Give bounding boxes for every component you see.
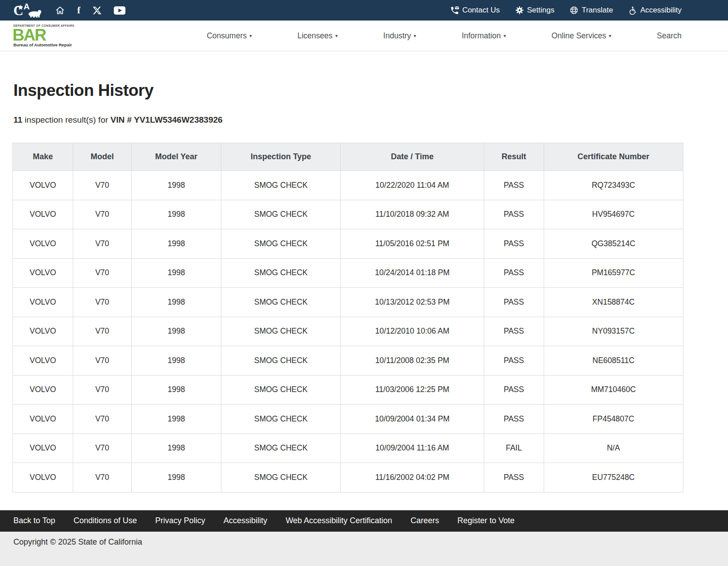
- nav-consumers-label: Consumers: [207, 31, 246, 41]
- main-content: Inspection History 11 inspection result(…: [0, 51, 728, 492]
- footer-nav-bar: Back to Top Conditions of Use Privacy Po…: [0, 510, 728, 532]
- table-cell: VOLVO: [13, 200, 73, 229]
- table-cell: SMOG CHECK: [221, 288, 341, 317]
- footer-conditions-of-use[interactable]: Conditions of Use: [74, 516, 137, 525]
- nav-online-services[interactable]: Online Services ▾: [551, 31, 611, 41]
- table-cell: RQ723493C: [544, 171, 683, 200]
- vin-number: VIN # YV1LW5346W2383926: [111, 115, 223, 124]
- table-cell: PASS: [484, 258, 544, 288]
- nav-licensees-label: Licensees: [297, 31, 333, 41]
- table-cell: 1998: [131, 171, 221, 200]
- settings-link[interactable]: Settings: [515, 6, 554, 15]
- table-cell: 10/13/2012 02:53 PM: [341, 288, 484, 317]
- table-cell: VOLVO: [13, 288, 73, 317]
- footer-careers[interactable]: Careers: [411, 516, 439, 525]
- result-count: 11: [13, 115, 22, 124]
- table-cell: PASS: [484, 405, 544, 434]
- col-header-make: Make: [13, 143, 73, 171]
- table-cell: SMOG CHECK: [221, 171, 341, 200]
- table-cell: EU775248C: [544, 463, 683, 492]
- copyright-text: Copyright © 2025 State of California: [13, 537, 142, 547]
- table-cell: SMOG CHECK: [221, 200, 341, 229]
- table-cell: 11/10/2018 09:32 AM: [341, 200, 484, 229]
- phone-envelope-icon: [450, 6, 459, 15]
- table-cell: 1998: [131, 288, 221, 317]
- table-row: VOLVOV701998SMOG CHECK11/16/2002 04:02 P…: [13, 463, 683, 492]
- footer-privacy-policy[interactable]: Privacy Policy: [155, 516, 205, 525]
- table-cell: 10/11/2008 02:35 PM: [341, 346, 484, 376]
- x-twitter-icon[interactable]: [93, 6, 101, 15]
- inspection-history-table: Make Model Model Year Inspection Type Da…: [12, 143, 683, 492]
- table-cell: PASS: [484, 171, 544, 200]
- table-cell: VOLVO: [13, 463, 73, 492]
- nav-industry[interactable]: Industry ▾: [383, 31, 416, 41]
- settings-label: Settings: [527, 6, 554, 15]
- bar-logo-acronym: BAR: [12, 27, 75, 43]
- table-cell: PASS: [484, 288, 544, 317]
- footer-register-to-vote[interactable]: Register to Vote: [458, 516, 515, 525]
- footer-web-accessibility-certification[interactable]: Web Accessibility Certification: [286, 516, 392, 525]
- main-nav: Consumers ▾ Licensees ▾ Industry ▾ Infor…: [207, 31, 682, 41]
- table-cell: V70: [73, 258, 132, 288]
- youtube-icon[interactable]: [114, 6, 125, 15]
- col-header-model-year: Model Year: [131, 143, 221, 171]
- col-header-result: Result: [484, 143, 544, 171]
- accessibility-link[interactable]: Accessibility: [628, 6, 682, 15]
- col-header-inspection-type: Inspection Type: [221, 143, 341, 171]
- table-cell: 1998: [131, 229, 221, 259]
- translate-link[interactable]: Translate: [570, 6, 613, 15]
- nav-licensees[interactable]: Licensees ▾: [297, 31, 337, 41]
- table-cell: FP454807C: [544, 405, 683, 434]
- chevron-down-icon: ▾: [250, 33, 252, 38]
- contact-us-link[interactable]: Contact Us: [450, 6, 500, 15]
- site-header: DEPARTMENT OF CONSUMER AFFAIRS BAR Burea…: [0, 21, 728, 51]
- table-row: VOLVOV701998SMOG CHECK10/24/2014 01:18 P…: [13, 258, 683, 288]
- table-cell: 11/16/2002 04:02 PM: [341, 463, 484, 492]
- nav-search[interactable]: Search: [657, 31, 682, 41]
- table-cell: 10/09/2004 01:34 PM: [341, 405, 484, 434]
- top-utility-bar: C A f: [0, 0, 728, 21]
- table-header-row: Make Model Model Year Inspection Type Da…: [13, 143, 683, 171]
- wheelchair-icon: [628, 6, 637, 15]
- nav-information[interactable]: Information ▾: [462, 31, 506, 41]
- table-cell: 10/12/2010 10:06 AM: [341, 317, 484, 346]
- table-row: VOLVOV701998SMOG CHECK10/09/2004 01:34 P…: [13, 405, 683, 434]
- contact-us-label: Contact Us: [462, 6, 500, 15]
- chevron-down-icon: ▾: [335, 33, 338, 38]
- table-cell: 1998: [131, 434, 221, 463]
- col-header-date-time: Date / Time: [341, 143, 484, 171]
- table-cell: 11/03/2006 12:25 PM: [341, 375, 484, 405]
- table-cell: PASS: [484, 463, 544, 492]
- footer-back-to-top[interactable]: Back to Top: [13, 516, 55, 525]
- table-cell: 1998: [131, 405, 221, 434]
- home-icon[interactable]: [55, 6, 65, 15]
- result-text: inspection result(s) for: [22, 115, 110, 124]
- col-header-certificate-number: Certificate Number: [544, 143, 683, 171]
- table-cell: VOLVO: [13, 229, 73, 259]
- gear-icon: [515, 6, 524, 15]
- table-cell: PASS: [484, 229, 544, 259]
- result-summary: 11 inspection result(s) for VIN # YV1LW5…: [13, 115, 683, 125]
- table-cell: VOLVO: [13, 171, 73, 200]
- table-cell: 10/24/2014 01:18 PM: [341, 258, 484, 288]
- table-cell: PASS: [484, 317, 544, 346]
- table-cell: 11/05/2016 02:51 PM: [341, 229, 484, 259]
- table-cell: PASS: [484, 375, 544, 405]
- nav-search-label: Search: [657, 31, 682, 41]
- table-cell: V70: [73, 200, 132, 229]
- nav-consumers[interactable]: Consumers ▾: [207, 31, 252, 41]
- chevron-down-icon: ▾: [609, 33, 612, 38]
- table-row: VOLVOV701998SMOG CHECK10/12/2010 10:06 A…: [13, 317, 683, 346]
- bar-logo[interactable]: DEPARTMENT OF CONSUMER AFFAIRS BAR Burea…: [13, 25, 75, 47]
- table-cell: PM165977C: [544, 258, 683, 288]
- ca-logo-icon: C A: [13, 3, 43, 18]
- footer-accessibility[interactable]: Accessibility: [224, 516, 267, 525]
- table-cell: VOLVO: [13, 405, 73, 434]
- table-cell: SMOG CHECK: [221, 317, 341, 346]
- table-cell: 1998: [131, 463, 221, 492]
- table-cell: V70: [73, 171, 132, 200]
- ca-gov-logo[interactable]: C A: [13, 3, 43, 18]
- facebook-icon[interactable]: f: [77, 6, 80, 15]
- table-cell: SMOG CHECK: [221, 405, 341, 434]
- table-cell: V70: [73, 229, 132, 259]
